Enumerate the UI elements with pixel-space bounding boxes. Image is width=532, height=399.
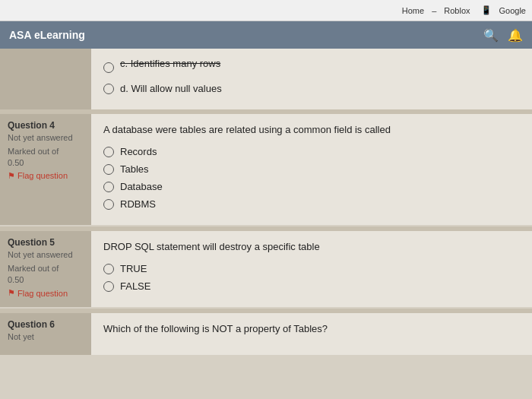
radio-q4-b: [103, 164, 114, 175]
question-5-sidebar: Question 5 Not yet answered Marked out o…: [0, 231, 91, 307]
radio-q4-c: [103, 182, 114, 192]
browser-bar: Home – Roblox 📱 Google: [0, 0, 532, 21]
app-header: ASA eLearning 🔍 🔔: [0, 21, 532, 49]
bell-icon[interactable]: 🔔: [508, 28, 523, 43]
nav-google[interactable]: Google: [499, 6, 526, 15]
q4-option-c[interactable]: Database: [103, 181, 520, 192]
search-icon[interactable]: 🔍: [483, 28, 499, 43]
question-4-main: A database were tables are related using…: [91, 114, 532, 225]
q6-number: Question 6: [8, 319, 84, 330]
q4-option-a[interactable]: Records: [103, 146, 520, 157]
q5-option-b-text: FALSE: [120, 280, 150, 292]
q5-flag[interactable]: ⚑ Flag question: [8, 288, 84, 298]
q5-marked: Marked out of 0.50: [8, 263, 84, 285]
partial-question-top: c. Identifies many rows d. Will allow nu…: [0, 49, 532, 109]
q5-text: DROP SQL statement will destroy a specif…: [103, 240, 520, 254]
q4-flag[interactable]: ⚑ Flag question: [8, 171, 84, 181]
q4-option-b-text: Tables: [120, 163, 149, 175]
partial-sidebar: [0, 49, 91, 109]
app-title: ASA eLearning: [9, 29, 85, 41]
q5-option-a[interactable]: TRUE: [103, 263, 520, 274]
question-6-sidebar: Question 6 Not yet: [0, 313, 91, 354]
radio-q4-a: [103, 147, 114, 157]
main-content: c. Identifies many rows d. Will allow nu…: [0, 49, 532, 399]
q4-option-a-text: Records: [120, 146, 157, 157]
q4-text: A database were tables are related using…: [103, 123, 520, 137]
radio-c-partial: [103, 62, 114, 73]
nav-sep2: 📱: [481, 5, 492, 15]
partial-main: c. Identifies many rows d. Will allow nu…: [91, 49, 532, 109]
flag-icon-5: ⚑: [8, 288, 15, 298]
radio-q5-b: [103, 281, 114, 292]
q4-option-b[interactable]: Tables: [103, 163, 520, 175]
question-4-sidebar: Question 4 Not yet answered Marked out o…: [0, 114, 91, 225]
q5-status: Not yet answered: [8, 249, 84, 260]
nav-home[interactable]: Home: [402, 6, 424, 15]
question-5-main: DROP SQL statement will destroy a specif…: [91, 231, 532, 307]
q4-status: Not yet answered: [8, 132, 84, 143]
radio-q5-a: [103, 264, 114, 274]
option-c-partial[interactable]: c. Identifies many rows: [103, 58, 520, 77]
q5-option-a-text: TRUE: [120, 263, 147, 274]
question-6-block: Question 6 Not yet Which of the followin…: [0, 313, 532, 354]
q4-option-d[interactable]: RDBMS: [103, 198, 520, 210]
option-c-text: c. Identifies many rows: [120, 58, 220, 69]
q6-text: Which of the following is NOT a property…: [103, 322, 520, 336]
nav-sep1: –: [432, 6, 436, 15]
flag-icon: ⚑: [8, 171, 15, 181]
question-6-main: Which of the following is NOT a property…: [91, 313, 532, 354]
question-5-block: Question 5 Not yet answered Marked out o…: [0, 231, 532, 307]
nav-roblox[interactable]: Roblox: [444, 6, 470, 15]
radio-d-partial: [103, 84, 114, 94]
option-d-text: d. Will allow null values: [120, 83, 222, 94]
option-d-partial[interactable]: d. Will allow null values: [103, 83, 520, 94]
q4-number: Question 4: [8, 120, 84, 131]
q4-option-d-text: RDBMS: [120, 198, 156, 210]
q4-option-c-text: Database: [120, 181, 163, 192]
q6-status: Not yet: [8, 331, 84, 342]
radio-q4-d: [103, 199, 114, 210]
q4-marked: Marked out of 0.50: [8, 146, 84, 168]
q5-option-b[interactable]: FALSE: [103, 280, 520, 292]
question-4-block: Question 4 Not yet answered Marked out o…: [0, 114, 532, 225]
q5-number: Question 5: [8, 237, 84, 248]
header-icons: 🔍 🔔: [483, 28, 523, 43]
